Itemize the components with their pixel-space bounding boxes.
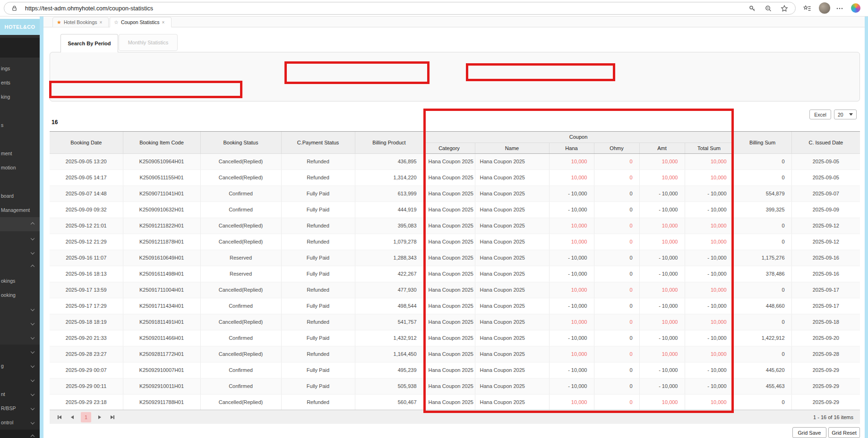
sidebar-item[interactable]: Management	[0, 203, 40, 217]
cell-item-code: K25091711004H01	[123, 282, 200, 298]
sidebar-item[interactable]: motion	[0, 160, 40, 175]
last-page-icon[interactable]	[108, 413, 117, 421]
cell-booking-status: Confirmed	[200, 298, 281, 314]
sidebar-item[interactable]	[0, 260, 40, 274]
page-size-select[interactable]: 20	[834, 110, 857, 119]
col-header-issued-date[interactable]: C. Issued Date	[791, 132, 860, 153]
col-header-booking-date[interactable]: Booking Date	[50, 132, 123, 153]
col-header-cpayment-status[interactable]: C.Payment Status	[281, 132, 355, 153]
sidebar-item[interactable]	[0, 217, 40, 231]
cell-item-code: K25091711434H01	[123, 298, 200, 314]
table-row[interactable]: 2025-09-17 13:59K25091711004H01Cancelled…	[50, 282, 860, 298]
zoom-out-icon[interactable]	[764, 4, 773, 13]
cell-payment-status: Fully Paid	[281, 362, 355, 378]
table-row[interactable]: 2025-09-07 14:48K25090711041H01Confirmed…	[50, 185, 860, 202]
app-tab-coupon-statistics[interactable]: ☆ Coupon Statistics ×	[110, 17, 172, 27]
sidebar-item[interactable]: ontrol	[0, 415, 40, 430]
sidebar-item[interactable]: board	[0, 189, 40, 203]
sidebar-item[interactable]: ment	[0, 146, 40, 160]
sidebar-item[interactable]: king	[0, 90, 40, 104]
address-bar[interactable]: https://test-adm.ohmyhotel.com/coupon-st…	[4, 2, 796, 15]
close-icon[interactable]: ×	[100, 20, 103, 25]
cell-billing-sum: 0	[733, 282, 791, 298]
table-row[interactable]: 2025-09-18 18:19K25091811491H01Cancelled…	[50, 314, 860, 330]
col-header-coupon-name[interactable]: Name	[475, 143, 549, 153]
col-header-hana[interactable]: Hana	[549, 143, 594, 153]
table-row[interactable]: 2025-09-09 09:32K25090910632H01Confirmed…	[50, 202, 860, 218]
sidebar-item[interactable]	[0, 302, 40, 316]
col-header-coupon-category[interactable]: Category	[423, 143, 475, 153]
favorites-bar-icon[interactable]	[803, 4, 811, 13]
sidebar-item[interactable]	[0, 104, 40, 118]
page-number[interactable]: 1	[81, 412, 91, 422]
sidebar-item[interactable]: s	[0, 118, 40, 132]
tab-search-by-period[interactable]: Search By Period	[60, 34, 118, 52]
cell-amt: - 10,000	[639, 298, 685, 314]
sidebar-item[interactable]: ents	[0, 76, 40, 90]
tab-monthly-statistics[interactable]: Monthly Statistics	[119, 34, 178, 51]
col-header-billing-sum[interactable]: Billing Sum	[733, 132, 791, 153]
col-header-total-sum[interactable]: Total Sum	[685, 143, 733, 153]
sidebar-item[interactable]	[0, 345, 40, 359]
sidebar-item[interactable]: nt	[0, 387, 40, 401]
table-row[interactable]: 2025-09-28 23:27K25092811772H01Cancelled…	[50, 346, 860, 362]
sidebar-item[interactable]	[0, 245, 40, 260]
cell-ohmy: 0	[594, 202, 639, 218]
cell-hana: 10,000	[549, 346, 594, 362]
sidebar-item-active[interactable]	[0, 38, 40, 58]
cell-issued-date: 2025-09-16	[791, 250, 860, 266]
sidebar-item[interactable]	[0, 132, 40, 146]
sidebar-item[interactable]: ings	[0, 61, 40, 76]
cell-total-sum: - 10,000	[685, 202, 733, 218]
col-header-ohmy[interactable]: Ohmy	[594, 143, 639, 153]
copilot-icon[interactable]	[851, 3, 860, 13]
cell-booking-date: 2025-09-29 23:18	[50, 394, 123, 410]
next-page-icon[interactable]	[95, 413, 104, 421]
cell-coupon-name: Hana Coupon 2025	[475, 362, 549, 378]
table-row[interactable]: 2025-09-16 11:07K25091610649H01ReservedF…	[50, 250, 860, 266]
table-row[interactable]: 2025-09-20 21:33K25092011466H01Confirmed…	[50, 330, 860, 346]
grid-save-button[interactable]: Grid Save	[792, 427, 826, 438]
cell-billing-sum: 0	[733, 234, 791, 250]
favorite-star-icon[interactable]	[780, 4, 789, 13]
excel-export-button[interactable]: Excel	[809, 110, 831, 119]
table-row[interactable]: 2025-09-29 23:18K25092911788H01Cancelled…	[50, 394, 860, 410]
sidebar-item[interactable]: g	[0, 359, 40, 373]
cell-item-code: K25090910632H01	[123, 202, 200, 218]
table-row[interactable]: 2025-09-16 18:13K25091611498H01ReservedF…	[50, 266, 860, 282]
first-page-icon[interactable]	[55, 413, 64, 421]
profile-avatar[interactable]	[819, 2, 830, 14]
table-row[interactable]: 2025-09-05 13:20K25090510964H01Cancelled…	[50, 153, 860, 169]
app-tab-hotel-bookings[interactable]: ★ Hotel Bookings ×	[52, 17, 109, 27]
password-key-icon[interactable]	[748, 4, 756, 13]
col-header-amt[interactable]: Amt	[639, 143, 685, 153]
cell-coupon-category: Hana Coupon 2025	[423, 218, 475, 234]
sidebar-item[interactable]	[0, 330, 40, 345]
table-row[interactable]: 2025-09-29 00:11K25092910011H01Confirmed…	[50, 378, 860, 394]
sidebar-item[interactable]: okings	[0, 274, 40, 288]
sidebar-item[interactable]: ooking	[0, 288, 40, 302]
col-header-booking-item-code[interactable]: Booking Item Code	[123, 132, 200, 153]
col-header-billing-product[interactable]: Billing Product	[355, 132, 423, 153]
table-row[interactable]: 2025-09-29 00:07K25092910007H01Confirmed…	[50, 362, 860, 378]
more-menu-icon[interactable]	[835, 4, 844, 13]
table-row[interactable]: 2025-09-05 14:17K25090511155H01Cancelled…	[50, 169, 860, 185]
sidebar-item[interactable]	[0, 231, 40, 245]
cell-coupon-name: Hana Coupon 2025	[475, 169, 549, 185]
sidebar-item[interactable]: R/BSP	[0, 401, 40, 415]
sidebar-item[interactable]	[0, 430, 40, 438]
table-row[interactable]: 2025-09-12 21:01K25091211822H01Cancelled…	[50, 218, 860, 234]
favorite-outline-star-icon: ☆	[114, 19, 119, 25]
prev-page-icon[interactable]	[68, 413, 77, 421]
grid-reset-button[interactable]: Grid Reset	[828, 427, 860, 438]
table-row[interactable]: 2025-09-17 17:29K25091711434H01Confirmed…	[50, 298, 860, 314]
sidebar-item-label: motion	[1, 165, 16, 170]
cell-item-code: K25090510964H01	[123, 153, 200, 169]
table-row[interactable]: 2025-09-12 21:29K25091211878H01Cancelled…	[50, 234, 860, 250]
chevron-down-icon	[31, 378, 34, 382]
close-icon[interactable]: ×	[162, 20, 165, 25]
col-header-booking-status[interactable]: Booking Status	[200, 132, 281, 153]
sidebar-item[interactable]	[0, 316, 40, 330]
sidebar-item[interactable]	[0, 373, 40, 387]
sidebar-item[interactable]	[0, 175, 40, 189]
